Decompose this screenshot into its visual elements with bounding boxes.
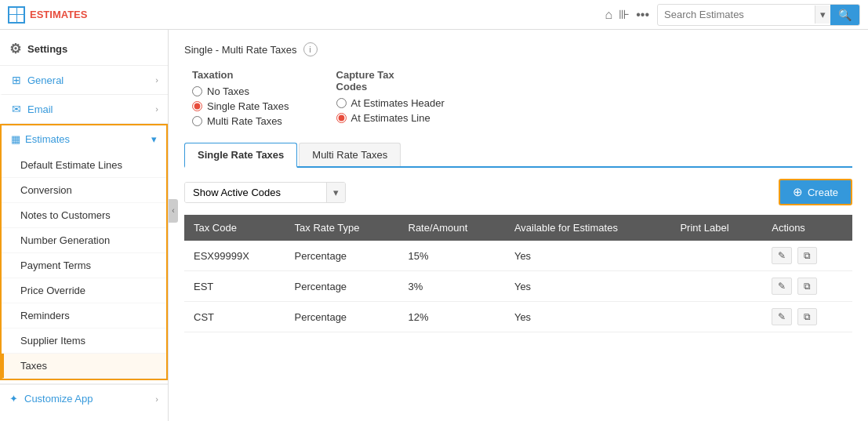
page-title-text: Single - Multi Rate Taxes bbox=[184, 44, 297, 56]
search-box: ▾ 🔍 bbox=[657, 4, 860, 26]
edit-button-1[interactable]: ✎ bbox=[772, 278, 792, 295]
create-btn-label: Create bbox=[808, 187, 838, 198]
more-icon[interactable]: ••• bbox=[636, 8, 649, 22]
active-codes-dropdown[interactable]: Show Active Codes Show All Codes Show In… bbox=[184, 182, 346, 203]
copy-button-0[interactable]: ⧉ bbox=[797, 247, 817, 264]
sidebar-item-reminders[interactable]: Reminders bbox=[2, 303, 166, 328]
estimates-icon: ▦ bbox=[11, 133, 20, 145]
taxation-label: Taxation bbox=[192, 69, 289, 81]
cell-print-label bbox=[670, 241, 762, 271]
main-layout: ⚙ Settings ⊞ General › ✉ Email › ▦ Est bbox=[0, 30, 868, 421]
general-icon: ⊞ bbox=[12, 74, 21, 86]
cell-actions: ✎ ⧉ bbox=[762, 271, 852, 302]
cell-print-label bbox=[670, 271, 762, 302]
sidebar-item-conversion[interactable]: Conversion bbox=[2, 178, 166, 203]
col-print-label: Print Label bbox=[670, 215, 762, 241]
cell-actions: ✎ ⧉ bbox=[762, 241, 852, 271]
radio-at-line[interactable]: At Estimates Line bbox=[336, 112, 445, 124]
sidebar-item-taxes[interactable]: Taxes bbox=[2, 354, 166, 379]
sidebar-item-estimates[interactable]: ▦ Estimates ▾ bbox=[2, 125, 166, 153]
cell-tax-rate-type: Percentage bbox=[285, 271, 399, 302]
info-icon[interactable]: i bbox=[303, 42, 318, 56]
cell-rate-amount: 3% bbox=[399, 271, 505, 302]
at-header-label: At Estimates Header bbox=[351, 97, 445, 109]
capture-label: Capture TaxCodes bbox=[336, 69, 445, 93]
toolbar-row: Show Active Codes Show All Codes Show In… bbox=[184, 179, 852, 205]
sidebar-item-general[interactable]: ⊞ General › bbox=[0, 66, 168, 95]
tax-codes-table: Tax Code Tax Rate Type Rate/Amount Avail… bbox=[184, 215, 852, 332]
cell-rate-amount: 12% bbox=[399, 302, 505, 332]
page-title: Single - Multi Rate Taxes i bbox=[184, 42, 852, 56]
logo-icon bbox=[8, 6, 25, 24]
sidebar-item-email[interactable]: ✉ Email › bbox=[0, 95, 168, 124]
cell-available: Yes bbox=[505, 302, 671, 332]
taxation-group: Taxation No Taxes Single Rate Taxes Mult… bbox=[192, 69, 289, 130]
cell-tax-rate-type: Percentage bbox=[285, 241, 399, 271]
table-row: CST Percentage 12% Yes ✎ ⧉ bbox=[184, 302, 852, 332]
sidebar-label-general: General bbox=[27, 74, 64, 86]
edit-button-0[interactable]: ✎ bbox=[772, 247, 792, 264]
sidebar-item-price-override[interactable]: Price Override bbox=[2, 278, 166, 303]
estimates-arrow-icon: ▾ bbox=[151, 133, 157, 145]
sidebar-item-number-generation[interactable]: Number Generation bbox=[2, 228, 166, 253]
sidebar-collapse-handle[interactable]: ‹ bbox=[169, 199, 178, 223]
customize-icon: ✦ bbox=[9, 393, 18, 405]
sidebar: ⚙ Settings ⊞ General › ✉ Email › ▦ Est bbox=[0, 30, 169, 421]
sidebar-estimates-wrapper: ▦ Estimates ▾ Default Estimate Lines Con… bbox=[0, 124, 168, 380]
cell-tax-code: EST bbox=[184, 271, 285, 302]
copy-button-1[interactable]: ⧉ bbox=[797, 278, 817, 295]
no-taxes-label: No Taxes bbox=[207, 85, 249, 97]
radio-at-header[interactable]: At Estimates Header bbox=[336, 97, 445, 109]
table-row: ESX99999X Percentage 15% Yes ✎ ⧉ bbox=[184, 241, 852, 271]
edit-button-2[interactable]: ✎ bbox=[772, 308, 792, 325]
home-icon[interactable]: ⌂ bbox=[605, 8, 613, 22]
col-rate-amount: Rate/Amount bbox=[399, 215, 505, 241]
copy-button-2[interactable]: ⧉ bbox=[797, 308, 817, 325]
top-bar: ESTIMATES ⌂ ⊪ ••• ▾ 🔍 bbox=[0, 0, 868, 30]
search-input[interactable] bbox=[658, 5, 815, 24]
sidebar-item-payment-terms[interactable]: Payment Terms bbox=[2, 253, 166, 278]
sidebar-label-estimates: Estimates bbox=[25, 133, 70, 145]
single-rate-label: Single Rate Taxes bbox=[207, 100, 289, 112]
content-area: Single - Multi Rate Taxes i Taxation No … bbox=[169, 30, 868, 421]
settings-header: ⚙ Settings bbox=[0, 30, 168, 66]
tabs-row: Single Rate Taxes Multi Rate Taxes bbox=[184, 143, 852, 168]
cell-actions: ✎ ⧉ bbox=[762, 302, 852, 332]
app-title: ESTIMATES bbox=[30, 9, 87, 20]
dropdown-arrow-button[interactable]: ▾ bbox=[326, 183, 345, 202]
cell-tax-rate-type: Percentage bbox=[285, 302, 399, 332]
settings-label: Settings bbox=[27, 43, 67, 55]
sidebar-item-default-estimate-lines[interactable]: Default Estimate Lines bbox=[2, 153, 166, 178]
customize-label: Customize App bbox=[24, 393, 93, 405]
create-button[interactable]: ⊕ Create bbox=[779, 179, 852, 205]
active-codes-select[interactable]: Show Active Codes Show All Codes Show In… bbox=[185, 183, 326, 202]
app-logo: ESTIMATES bbox=[8, 6, 87, 24]
radio-no-taxes[interactable]: No Taxes bbox=[192, 85, 289, 97]
radio-multi-rate[interactable]: Multi Rate Taxes bbox=[192, 115, 289, 127]
cell-rate-amount: 15% bbox=[399, 241, 505, 271]
search-dropdown-button[interactable]: ▾ bbox=[815, 5, 830, 24]
plus-icon: ⊕ bbox=[793, 185, 803, 199]
email-icon: ✉ bbox=[12, 103, 21, 115]
capture-tax-codes-group: Capture TaxCodes At Estimates Header At … bbox=[336, 69, 445, 130]
taxation-section: Taxation No Taxes Single Rate Taxes Mult… bbox=[184, 69, 852, 130]
top-bar-icons: ⌂ ⊪ ••• bbox=[605, 7, 649, 22]
customize-app-item[interactable]: ✦ Customize App › bbox=[0, 384, 168, 412]
gear-icon: ⚙ bbox=[9, 41, 21, 57]
table-header-row: Tax Code Tax Rate Type Rate/Amount Avail… bbox=[184, 215, 852, 241]
sidebar-item-notes-to-customers[interactable]: Notes to Customers bbox=[2, 203, 166, 228]
search-go-button[interactable]: 🔍 bbox=[830, 5, 859, 25]
radio-single-rate[interactable]: Single Rate Taxes bbox=[192, 100, 289, 112]
cell-available: Yes bbox=[505, 241, 671, 271]
sidebar-item-supplier-items[interactable]: Supplier Items bbox=[2, 328, 166, 354]
col-available: Available for Estimates bbox=[505, 215, 671, 241]
col-tax-code: Tax Code bbox=[184, 215, 285, 241]
chart-icon[interactable]: ⊪ bbox=[619, 7, 630, 22]
multi-rate-label: Multi Rate Taxes bbox=[207, 115, 282, 127]
sidebar-label-email: Email bbox=[27, 103, 53, 115]
tab-single-rate[interactable]: Single Rate Taxes bbox=[184, 143, 297, 168]
cell-available: Yes bbox=[505, 271, 671, 302]
at-line-label: At Estimates Line bbox=[351, 112, 430, 124]
col-tax-rate-type: Tax Rate Type bbox=[285, 215, 399, 241]
tab-multi-rate[interactable]: Multi Rate Taxes bbox=[299, 143, 401, 166]
